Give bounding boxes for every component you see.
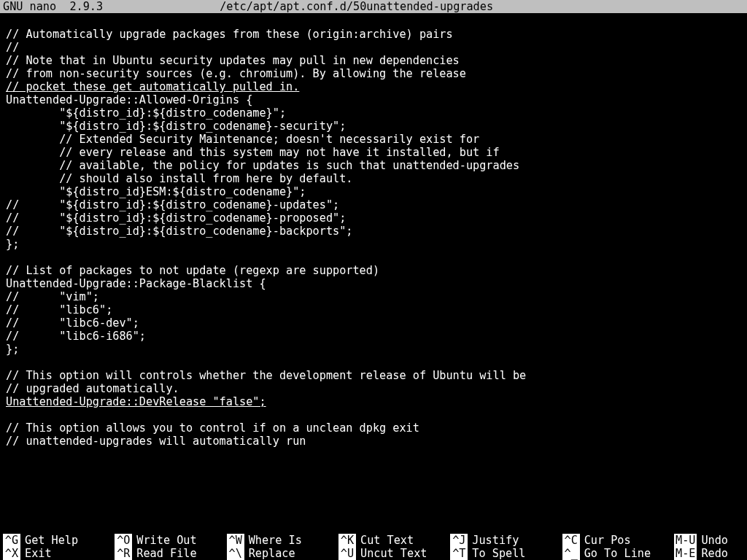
shortcut-item[interactable]: ^KCut Text [338,534,446,547]
shortcut-item[interactable]: ^_Go To Line [562,547,670,560]
editor-line: // "libc6-i686"; [6,330,146,343]
shortcut-item[interactable]: ^XExit [3,547,110,560]
editor-line: // This option will controls whether the… [6,369,526,382]
editor-line: }; [6,343,19,356]
shortcut-label: Replace [249,547,295,560]
shortcut-item[interactable]: M-ERedo [674,547,744,560]
editor-line: }; [6,238,19,251]
editor-line: // unattended-upgrades will automaticall… [6,435,306,448]
shortcut-key: ^\ [227,547,244,560]
shortcut-item[interactable]: ^UUncut Text [338,547,446,560]
app-name: GNU nano 2.9.3 [0,0,103,13]
shortcut-label: Cur Pos [584,534,631,547]
shortcut-item[interactable]: ^WWhere Is [227,534,334,547]
shortcut-key: ^U [338,547,356,560]
editor-line: // from non-security sources (e.g. chrom… [6,67,466,80]
shortcut-label: Redo [701,547,728,560]
shortcut-key: ^J [450,534,468,547]
shortcut-label: Get Help [25,534,78,547]
shortcut-key: ^X [3,547,20,560]
shortcut-item[interactable]: ^JJustify [450,534,557,547]
shortcut-item[interactable]: ^GGet Help [3,534,110,547]
editor-line: // Extended Security Maintenance; doesn'… [6,133,479,146]
editor-content[interactable]: // Automatically upgrade packages from t… [0,13,747,534]
shortcut-item[interactable]: ^RRead File [115,547,222,560]
shortcut-label: Justify [472,534,519,547]
editor-line: Unattended-Upgrade::DevRelease "false"; [6,395,266,408]
shortcut-key: ^G [3,534,20,547]
editor-line: // "vim"; [6,290,99,303]
editor-line: // should also install from here by defa… [6,172,352,185]
editor-line: // upgraded automatically. [6,382,179,395]
shortcut-item[interactable]: ^\Replace [227,547,334,560]
editor-line: // List of packages to not update (regex… [6,264,379,277]
shortcut-label: Undo [701,534,728,547]
shortcut-label: Read File [136,547,196,560]
shortcut-label: Go To Line [584,547,651,560]
editor-line: // Automatically upgrade packages from t… [6,28,453,41]
editor-line: "${distro_id}:${distro_codename}-securit… [6,120,346,133]
shortcut-label: Uncut Text [360,547,427,560]
editor-line: "${distro_id}:${distro_codename}"; [6,106,286,120]
file-path: /etc/apt/apt.conf.d/50unattended-upgrade… [220,0,493,13]
shortcut-key: M-E [674,547,697,560]
editor-line: // "libc6-dev"; [6,316,139,330]
editor-line: // available, the policy for updates is … [6,159,519,172]
shortcut-key: ^T [450,547,468,560]
shortcut-key: ^C [562,534,580,547]
shortcut-label: Cut Text [360,534,414,547]
shortcut-key: ^O [115,534,132,547]
shortcut-item[interactable]: ^CCur Pos [562,534,670,547]
shortcut-label: Exit [25,547,52,560]
shortcut-key: ^_ [562,547,580,560]
shortcut-item[interactable]: M-UUndo [674,534,744,547]
editor-line: // pocket these get automatically pulled… [6,80,299,93]
shortcut-bar: ^GGet Help^OWrite Out^WWhere Is^KCut Tex… [0,534,747,560]
shortcut-key: ^R [115,547,132,560]
shortcut-item[interactable]: ^TTo Spell [450,547,557,560]
shortcut-key: ^K [338,534,356,547]
editor-line: // every release and this system may not… [6,146,500,159]
shortcut-key: ^W [227,534,244,547]
title-bar: GNU nano 2.9.3 /etc/apt/apt.conf.d/50una… [0,0,747,13]
editor-line: // "${distro_id}:${distro_codename}-upda… [6,198,339,211]
editor-line: // "${distro_id}:${distro_codename}-prop… [6,211,346,225]
shortcut-item[interactable]: ^OWrite Out [115,534,222,547]
editor-line: // Note that in Ubuntu security updates … [6,54,460,67]
editor-line: "${distro_id}ESM:${distro_codename}"; [6,185,306,198]
shortcut-label: Where Is [249,534,302,547]
editor-line: // This option allows you to control if … [6,421,419,435]
editor-line: Unattended-Upgrade::Package-Blacklist { [6,277,266,290]
editor-line: // "libc6"; [6,303,112,316]
shortcut-key: M-U [674,534,697,547]
editor-line: Unattended-Upgrade::Allowed-Origins { [6,93,252,106]
editor-line: // "${distro_id}:${distro_codename}-back… [6,225,352,238]
shortcut-label: To Spell [472,547,525,560]
shortcut-label: Write Out [136,534,196,547]
editor-line: // [6,41,19,54]
